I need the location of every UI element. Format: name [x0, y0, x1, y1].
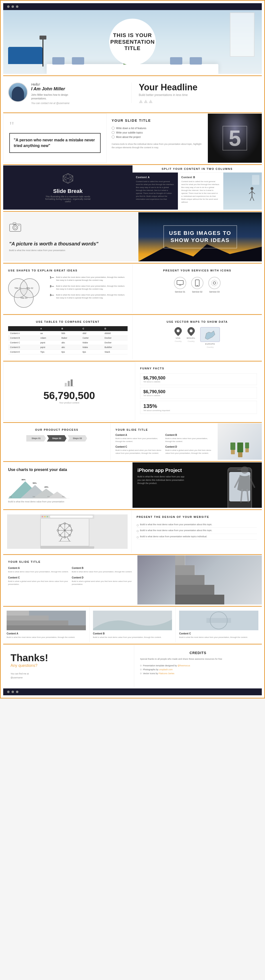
tri-3: [149, 100, 152, 103]
services-title: PRESENT YOUR SERVICES WITH ICONS: [138, 269, 257, 272]
intro-right: Your Headline Build better presentations…: [131, 83, 257, 103]
yst4-d-title: Content D: [72, 576, 133, 579]
lamp-head: [40, 36, 46, 40]
plant-leaves-3: [245, 442, 249, 449]
intro-text: Hello! I Am John Miller John Miller teac…: [31, 83, 80, 105]
th-d: D: [103, 326, 127, 331]
td-4-4: Stack: [103, 350, 127, 355]
td-3-3: Make: [81, 345, 103, 350]
map-item-europe: EUROPE Country: [200, 327, 220, 348]
service-label-3: Service 03: [209, 291, 220, 293]
headline-sub: Build better presentations in less time: [139, 93, 257, 97]
website-image-panel: [3, 511, 132, 553]
th-b: B: [59, 326, 81, 331]
credits-dot-2: [140, 669, 141, 670]
svg-rect-84: [206, 618, 231, 623]
step-1: Steps 01: [26, 435, 46, 442]
bottom-dot-2: [11, 690, 14, 693]
fact-box-1: $6,790,500 Tell about a statistic: [140, 373, 257, 385]
slide-shapes-services: USE SHAPES TO EXPLAIN GREAT IDEAS Title …: [3, 264, 262, 313]
svg-point-63: [64, 530, 66, 531]
yst4-d-text: Build is what a global word when you fin…: [72, 580, 133, 586]
plant-2: [237, 442, 243, 457]
plants: [220, 442, 259, 457]
pot-3: [245, 449, 249, 452]
td-2-3: Make: [81, 340, 103, 345]
td-4-0: Content E: [8, 350, 38, 355]
yst-main-panel: YouR SLIDE TITLE Content A Build is what…: [3, 555, 137, 605]
person-bg: [232, 465, 257, 508]
gallery-text-3: Build is what the most demo value from y…: [179, 636, 259, 639]
svg-point-24: [213, 282, 216, 284]
thanks-subtitle: Any questions?: [11, 663, 127, 668]
gallery-item-2: Content B Build is what the most demo va…: [90, 607, 176, 642]
svg-point-17: [18, 225, 19, 226]
plant-leaves-2: [237, 442, 243, 452]
chair-2: [72, 57, 84, 65]
checklist-item-3: More about the project: [112, 135, 203, 139]
service-icon-1: [174, 277, 186, 289]
svg-point-14: [13, 225, 17, 230]
laptop-base: [40, 546, 94, 549]
process-title: OUR PRODUCT PROCESS: [8, 428, 106, 431]
th-blank: [8, 326, 38, 331]
map-sublabel-brazil: Country: [188, 340, 195, 342]
split-content-title: SPLIT YOUR CONTENT IN TWO COLUMNS: [132, 165, 262, 173]
iphone-panel: iPhone app Project Build is what the mos…: [132, 462, 262, 508]
td-1-4: Docker: [103, 336, 127, 340]
big-number-sub: Your product context: [59, 401, 79, 404]
shapes-list: 1— Build is what the most demo value fro…: [50, 276, 128, 302]
td-4-3: tips: [81, 350, 103, 355]
banner: [252, 175, 259, 185]
website-img-placeholder: [7, 514, 128, 549]
thanks-title: Thanks!: [11, 652, 127, 663]
td-0-2: bbb: [59, 331, 81, 336]
nav-dot-3: [16, 5, 18, 8]
credits-item-2: Photographs by unsplash.com: [140, 668, 256, 671]
plant-leaves-1: [230, 442, 235, 450]
yst4-b-title: Content B: [72, 567, 133, 570]
laptop-screen: [40, 514, 89, 546]
svg-rect-70: [175, 565, 195, 575]
step-2: Steps 02: [47, 435, 67, 442]
service-item-3: Service 03: [208, 277, 221, 293]
svg-point-25: [211, 280, 217, 286]
yst-image: [217, 423, 262, 460]
maps-panel: USE VECTOR MAPS TO SHOW DATA USA Country: [132, 315, 262, 359]
conference-table: [47, 64, 218, 74]
yst4-b: Content B Build is what demo value from …: [72, 567, 133, 573]
slide-charts-iphone: Use charts to present your data Pg Na: [3, 462, 262, 508]
divider-2: [3, 112, 262, 113]
funny-facts-panel: FUNNY FACTS $6,790,500 Tell about a stat…: [135, 362, 262, 421]
fact-box-3: 135% Tell about something important: [140, 401, 257, 414]
slide-title-panel: YOUR SLIDE TITLE Write down a list of fe…: [107, 114, 208, 163]
iphone-text: Build is what the most demo value from y…: [137, 475, 186, 485]
slide-title-header: YOUR SLIDE TITLE: [112, 119, 203, 123]
process-steps: Steps 01 Steps 02 Steps 03: [8, 435, 106, 442]
pin-icon-usa: [175, 327, 182, 336]
tri-1: [139, 100, 143, 103]
browser-dot-1: [42, 516, 43, 517]
split-col-b-text: Content bold is called the most general …: [181, 180, 220, 204]
map-item-usa: USA Country: [175, 327, 182, 342]
yst-panel: YOUR SLIDE TITLE Content A Build is what…: [110, 423, 218, 460]
svg-line-9: [249, 191, 252, 194]
table-header-row: A B C D: [8, 326, 128, 331]
avatar: [8, 83, 28, 102]
gallery-text-2: Build is what the most demo value from y…: [93, 636, 172, 639]
svg-point-27: [190, 329, 193, 332]
page-wrapper: THIS IS YOUR PRESENTATION TITLE Hello! I…: [0, 0, 265, 698]
tables-title: USE TABLES TO COMPARE CONTENT: [8, 320, 128, 323]
europe-shape: [200, 327, 220, 342]
step-3: Steps 03: [67, 435, 87, 442]
gallery-title-3: Content C: [179, 632, 259, 635]
svg-text:Pg: Pg: [10, 496, 12, 498]
check-circle-3: [112, 135, 114, 138]
slide-thanks: Thanks! Any questions? You can find me a…: [3, 645, 262, 687]
svg-line-49: [247, 490, 248, 502]
svg-line-64: [60, 537, 62, 541]
table-row: Content A aa bbb ddd ddddd: [8, 331, 128, 336]
quote-2-text: "A picture is worth a thousand words": [9, 240, 132, 247]
fact-box-2: $6,790,500 Tell about a statistic: [140, 387, 257, 399]
shapes-text-1: Build is what the most demo value from y…: [56, 276, 127, 282]
